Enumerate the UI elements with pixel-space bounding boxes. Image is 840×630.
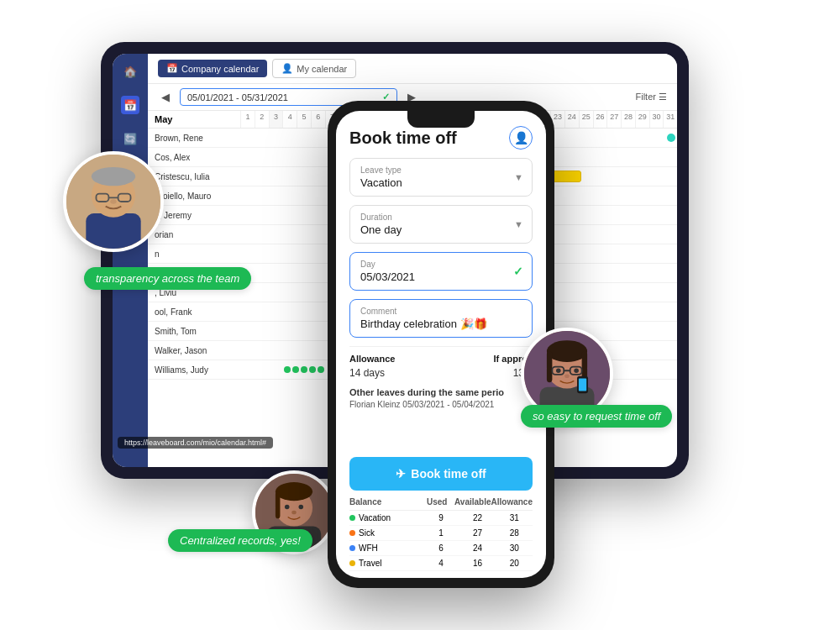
vacation-available: 22	[459, 513, 496, 522]
sick-allowance: 28	[496, 528, 533, 538]
book-time-off-button[interactable]: ✈ Book time off	[349, 457, 533, 491]
balance-travel-label: Travel	[349, 559, 423, 568]
day-31: 31	[663, 111, 677, 128]
used-col-header: Used	[419, 497, 454, 507]
balance-wfh-label: WFH	[349, 543, 423, 553]
other-leaves-header: Other leaves during the same perio	[349, 387, 533, 397]
svg-point-25	[276, 482, 312, 501]
svg-point-29	[299, 505, 304, 510]
sick-available: 27	[459, 528, 496, 538]
month-label: May	[148, 111, 240, 128]
user-profile-icon[interactable]: 👤	[509, 126, 533, 150]
phone-notch	[407, 111, 475, 128]
callout-centralized: Centralized records, yes!	[168, 529, 312, 552]
user-calendar-icon: 👤	[281, 63, 293, 74]
phone-device: Book time off 👤 Leave type Vacation ▼ Du…	[328, 101, 554, 588]
travel-dot	[349, 560, 355, 566]
send-icon: ✈	[396, 467, 406, 480]
day-24: 24	[564, 111, 579, 128]
leave-type-field[interactable]: Leave type Vacation ▼	[349, 158, 533, 197]
allowance-label: Allowance	[349, 354, 395, 364]
employee-name: Smith, Tom	[148, 323, 240, 339]
employee-name: orian	[148, 227, 240, 243]
leave-type-label: Leave type	[360, 165, 522, 175]
day-4: 4	[282, 111, 297, 128]
day-value: 05/03/2021	[360, 270, 522, 283]
svg-rect-12	[547, 351, 552, 382]
day-29: 29	[635, 111, 649, 128]
duration-label: Duration	[360, 213, 522, 222]
svg-point-19	[564, 374, 570, 378]
balance-sick-label: Sick	[349, 528, 423, 538]
sidebar-icon-refresh[interactable]: 🔄	[121, 129, 139, 148]
day-label: Day	[360, 260, 522, 269]
vacation-dot	[349, 515, 355, 521]
employee-name: Cristescu, Iulia	[148, 169, 240, 185]
avatar-man	[63, 151, 164, 252]
employee-name: Williams, Judy	[148, 362, 240, 378]
list-item: Vacation 9 22 31	[349, 511, 533, 526]
callout-transparency: transparency across the team	[84, 267, 251, 290]
wfh-used: 6	[423, 543, 459, 553]
svg-point-28	[285, 505, 290, 510]
day-25: 25	[579, 111, 593, 128]
employee-name: Brown, Rene	[148, 130, 240, 146]
list-item: Travel 4 16 20	[349, 556, 533, 571]
balance-table-header: Balance Used Available Allowance	[349, 497, 533, 511]
sidebar-icon-home[interactable]: 🏠	[121, 62, 139, 81]
allowance-value: 14 days	[349, 367, 385, 379]
top-bar: 📅 Company calendar 👤 My calendar	[148, 54, 677, 84]
leave-type-value: Vacation	[360, 176, 522, 189]
vacation-allowance: 31	[496, 513, 533, 522]
tab-my-calendar[interactable]: 👤 My calendar	[272, 59, 356, 78]
day-2: 2	[255, 111, 269, 128]
prev-arrow[interactable]: ◀	[158, 89, 173, 105]
calendar-icon: 📅	[166, 63, 178, 74]
employee-name: n	[148, 246, 240, 262]
list-item: WFH 6 24 30	[349, 541, 533, 556]
url-bar: https://leaveboard.com/mio/calendar.html…	[118, 437, 273, 449]
other-leaves-section: Other leaves during the same perio Flori…	[349, 387, 533, 409]
svg-rect-21	[579, 379, 586, 391]
duration-field[interactable]: Duration One day ▼	[349, 205, 533, 244]
duration-value: One day	[360, 223, 522, 236]
other-leaves-detail: Florian Kleinz 05/03/2021 - 05/04/2021	[349, 400, 533, 409]
day-6: 6	[311, 111, 325, 128]
allowance-header: Allowance If approv	[349, 354, 533, 364]
svg-point-18	[574, 369, 579, 374]
available-col-header: Available	[454, 497, 491, 507]
wfh-available: 24	[459, 543, 496, 553]
svg-point-3	[92, 167, 135, 186]
svg-point-11	[547, 340, 587, 362]
day-30: 30	[649, 111, 664, 128]
dropdown-arrow: ▼	[514, 172, 523, 182]
sick-used: 1	[423, 528, 459, 538]
vacation-used: 9	[423, 513, 459, 522]
day-1: 1	[240, 111, 255, 128]
travel-available: 16	[459, 559, 496, 568]
balance-col-header: Balance	[349, 497, 419, 507]
sidebar-icon-calendar[interactable]: 📅	[121, 96, 139, 114]
phone-title: Book time off	[349, 129, 457, 148]
checkmark-icon: ✓	[513, 265, 523, 278]
allowance-col-header: Allowance	[491, 497, 533, 507]
day-5: 5	[297, 111, 311, 128]
dropdown-arrow-2: ▼	[514, 219, 523, 229]
day-26: 26	[593, 111, 607, 128]
sidebar: 🏠 📅 🔄 👤 👥 📊	[113, 54, 148, 467]
comment-label: Comment	[360, 307, 522, 316]
phone-body: Leave type Vacation ▼ Duration One day ▼…	[336, 158, 546, 457]
day-28: 28	[621, 111, 635, 128]
comment-field[interactable]: Comment Birthday celebration 🎉🎁	[349, 299, 533, 338]
employee-name: ool, Frank	[148, 304, 240, 320]
wfh-allowance: 30	[496, 543, 533, 553]
svg-point-27	[291, 511, 297, 515]
filter-button[interactable]: Filter ☰	[636, 92, 668, 102]
svg-rect-1	[86, 213, 140, 249]
day-field[interactable]: Day 05/03/2021 ✓	[349, 252, 533, 291]
callout-easy: so easy to request time off	[521, 405, 672, 428]
allowance-section: Allowance If approv 14 days 13 d	[349, 346, 533, 379]
tab-company-calendar[interactable]: 📅 Company calendar	[158, 60, 267, 77]
allowance-values: 14 days 13 d	[349, 367, 533, 379]
balance-table: Balance Used Available Allowance Vacatio…	[349, 497, 533, 571]
